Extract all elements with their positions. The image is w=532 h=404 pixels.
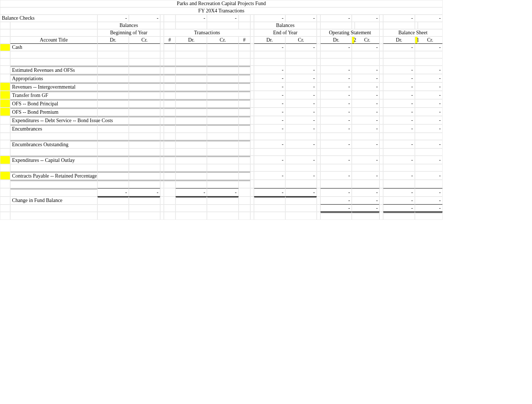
hdr-beg-year: Beginning of Year (97, 29, 160, 36)
hdr-bs-dr: Dr. (383, 36, 415, 44)
hdr-account-title: Account Title (10, 36, 97, 44)
spreadsheet-grid: Parks and Recreation Capital Projects Fu… (0, 0, 443, 220)
account-est-rev: Estimated Revenues and OFSs (10, 66, 97, 74)
total-bs-cr: - (415, 188, 443, 197)
account-ofs-principal: OFS -- Bond Principal (10, 99, 97, 108)
account-cash: Cash (10, 44, 97, 51)
change-fund-balance-label: Change in Fund Balance (10, 197, 97, 205)
total-txn-dr: - (176, 188, 207, 197)
hdr-end-year: End of Year (254, 29, 317, 36)
hdr-beg-cr: Cr. (129, 36, 160, 44)
hdr-op-cr: Cr. (355, 36, 379, 44)
account-ofs-premium: OFS -- Bond Premium (10, 108, 97, 116)
account-rev-intergov: Revenues -- Intergovernmental (10, 82, 97, 91)
hdr-beg-dr: Dr. (97, 36, 129, 44)
total-beg-dr: - (97, 188, 129, 197)
chg-op-cr: - (352, 197, 379, 205)
total-op-dr: - (320, 188, 352, 197)
final-op-dr: - (320, 205, 352, 212)
hdr-txn-hash2: # (239, 36, 250, 44)
hdr-transactions: Transactions (164, 29, 250, 36)
hdr-bs-cr: Cr. (418, 36, 443, 44)
total-beg-cr: - (129, 188, 160, 197)
account-enc-outstanding: Encumbrances Outstanding (10, 140, 97, 148)
hdr-bal-sheet: Balance Sheet (383, 29, 443, 36)
account-exp-debt-svc: Expenditures -- Debt Service -- Bond Iss… (10, 116, 97, 124)
total-op-cr: - (352, 188, 379, 197)
account-approp: Appropriations (10, 74, 97, 82)
account-contracts-payable: Contracts Payable -- Retained Percentage (10, 171, 97, 180)
bc-txn-dr: - (176, 15, 207, 22)
final-op-cr: - (352, 205, 379, 212)
op-flag: 2 (352, 36, 355, 44)
hdr-txn-dr: Dr. (176, 36, 207, 44)
bc-eoy-dr: - (254, 15, 285, 22)
hdr-op-stmt: Operating Statement (320, 29, 379, 36)
account-encumbrances: Encumbrances (10, 124, 97, 133)
final-bs-cr: - (415, 205, 443, 212)
total-txn-cr: - (207, 188, 238, 197)
bc-op-cr: - (352, 15, 379, 22)
hdr-balances-2: Balances (254, 22, 317, 29)
bc-op-dr: - (320, 15, 352, 22)
title-line-1: Parks and Recreation Capital Projects Fu… (0, 0, 443, 7)
row-marker (0, 44, 10, 51)
bs-flag: 1 (415, 36, 418, 44)
chg-bs-dr: - (383, 197, 415, 205)
total-eoy-dr: - (254, 188, 285, 197)
bc-bs-dr: - (383, 15, 415, 22)
total-bs-dr: - (383, 188, 415, 197)
hdr-txn-cr: Cr. (207, 36, 238, 44)
balance-checks-label: Balance Checks (0, 15, 97, 22)
account-exp-capital: Expenditures -- Capital Outlay (10, 156, 97, 164)
hdr-op-dr: Dr. (320, 36, 352, 44)
hdr-eoy-cr: Cr. (285, 36, 317, 44)
chg-op-dr: - (320, 197, 352, 205)
bc-bs-cr: - (415, 15, 443, 22)
final-bs-dr: - (383, 205, 415, 212)
title-line-2: FY 20X4 Transactions (0, 7, 443, 15)
bc-beg-dr: - (97, 15, 129, 22)
hdr-balances-1: Balances (97, 22, 160, 29)
bc-eoy-cr: - (285, 15, 317, 22)
hdr-eoy-dr: Dr. (254, 36, 285, 44)
account-transfer-gf: Transfer from GF (10, 91, 97, 99)
total-eoy-cr: - (285, 188, 317, 197)
chg-bs-cr: - (415, 197, 443, 205)
hdr-txn-hash1: # (164, 36, 176, 44)
bc-beg-cr: - (129, 15, 160, 22)
bc-txn-cr: - (207, 15, 238, 22)
